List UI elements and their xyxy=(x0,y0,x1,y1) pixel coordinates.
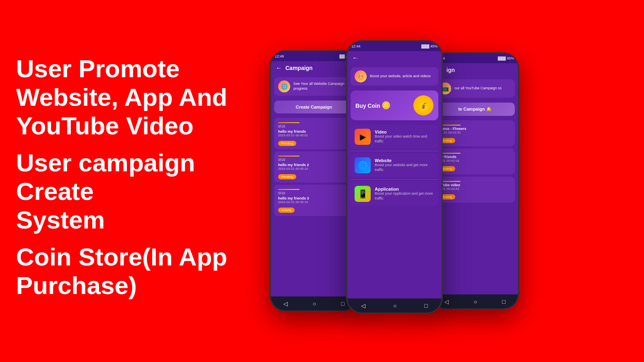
video-service-name: Video xyxy=(375,130,434,134)
campaign-badge-2: Pending xyxy=(278,174,296,179)
website-service-desc: Boost your website and get more traffic xyxy=(375,163,434,172)
website-icon: 🌐 xyxy=(355,157,371,173)
nav-square-right[interactable]: □ xyxy=(502,298,506,305)
campaign-progress-3: 0/10 xyxy=(278,191,350,195)
headline-line1: User Promote xyxy=(16,55,180,82)
campaign-list-left: 0/10 hello my friends 2023-03-21 00:45:0… xyxy=(271,116,357,296)
phone-right-screen: 12:44 ▓▓▓ 45% ← ign 📺 our all YouTube Ca… xyxy=(432,53,518,309)
application-service-item[interactable]: 📱 Application Boost your Application and… xyxy=(351,182,438,206)
campaign-badge-3: Activity xyxy=(278,208,295,213)
campaign-item-right-3[interactable]: uTube video 3-21 00:43:43 ending xyxy=(435,177,515,203)
campaign-progress-2: 0/10 xyxy=(278,158,350,162)
campaign-item-2[interactable]: 0/10 hello my friends 2 2023-03-21 00:45… xyxy=(274,151,354,183)
campaign-badge-1: Pending xyxy=(278,141,296,146)
time-middle: 12:44 xyxy=(351,44,361,48)
video-icon: ▶ xyxy=(355,129,371,145)
bottom-nav-middle: ◁ ○ □ xyxy=(347,298,442,313)
nav-back-left[interactable]: ◁ xyxy=(283,300,288,307)
status-bar-left: 12:46 ▓▓ 45% xyxy=(271,51,357,61)
headline3: Coin Store(In App Purchase) xyxy=(16,243,242,300)
nav-square-left[interactable]: □ xyxy=(341,300,345,307)
nav-back-middle[interactable]: ◁ xyxy=(361,302,365,309)
buy-coin-banner[interactable]: Buy Coin 🪙 💰 xyxy=(351,90,438,120)
top-bar-left: ← Campaign xyxy=(271,61,357,75)
divider-1 xyxy=(351,151,438,151)
status-bar-middle: 12:44 ▓▓▓ 45% xyxy=(347,41,442,51)
signal-middle: ▓▓▓ 45% xyxy=(421,44,438,48)
top-bar-middle: ← xyxy=(347,51,442,65)
campaign-list-right: Cyrus - Flowers 03-21 00:42:51 ending ny… xyxy=(432,118,518,294)
top-bar-right: ← ign xyxy=(432,63,518,77)
phone-left: 12:46 ▓▓ 45% ← Campaign 🌐 See Your all W… xyxy=(270,50,358,312)
headline-line2: Website, App And xyxy=(16,83,227,111)
phones-section: 12:46 ▓▓ 45% ← Campaign 🌐 See Your all W… xyxy=(258,0,644,362)
screen-title-right: ign xyxy=(446,67,455,73)
headline2: User campaign Create System xyxy=(16,148,242,234)
headline-line5: System xyxy=(16,206,105,234)
buy-coin-left: Buy Coin 🪙 xyxy=(355,101,390,110)
headline: User Promote Website, App And YouTube Vi… xyxy=(16,54,242,140)
campaign-name-right-2: ny friends xyxy=(439,155,511,159)
info-icon-left: 🌐 xyxy=(278,80,290,93)
campaign-date-2: 2023-03-21 00:45:10 xyxy=(278,167,350,171)
info-text-right: our all YouTube Campaign ss xyxy=(454,86,502,91)
video-service-item[interactable]: ▶ Video Boost your video watch time and … xyxy=(351,125,438,149)
campaign-progress-1: 0/10 xyxy=(278,124,350,128)
video-service-info: Video Boost your video watch time and tr… xyxy=(375,130,434,144)
bottom-nav-left: ◁ ○ □ xyxy=(271,296,357,311)
phone-left-screen: 12:46 ▓▓ 45% ← Campaign 🌐 See Your all W… xyxy=(271,51,357,311)
campaign-item-right-2[interactable]: ny friends 3-21 00:43:18 ending xyxy=(435,148,515,175)
create-campaign-btn-left[interactable]: Create Campaign xyxy=(274,101,354,113)
campaign-name-right-1: Cyrus - Flowers xyxy=(439,127,511,131)
campaign-name-right-3: uTube video xyxy=(439,183,511,187)
headline-line6: Coin Store(In App xyxy=(16,243,227,271)
time-left: 12:46 xyxy=(275,54,284,58)
campaign-item-3[interactable]: 0/10 hello my friends 3 2023-03-21 00:45… xyxy=(274,185,354,216)
info-icon-middle: 🎨 xyxy=(355,70,367,82)
info-text-left: See Your all Website Campaign progress xyxy=(293,82,350,91)
campaign-name-3: hello my friends 3 xyxy=(278,196,350,200)
coin-image: 💰 xyxy=(413,95,433,115)
nav-home-left[interactable]: ○ xyxy=(313,300,316,307)
signal-right: ▓▓▓ 45% xyxy=(498,56,514,60)
application-service-info: Application Boost your Application and g… xyxy=(375,187,434,201)
application-icon: 📱 xyxy=(355,186,371,202)
website-service-name: Website xyxy=(375,158,434,163)
left-section: User Promote Website, App And YouTube Vi… xyxy=(0,30,258,332)
campaign-date-3: 2023-03-21 00:45:15 xyxy=(278,200,350,204)
campaign-date-right-2: 3-21 00:43:18 xyxy=(439,159,511,162)
campaign-date-right-3: 3-21 00:43:43 xyxy=(439,187,511,191)
website-service-item[interactable]: 🌐 Website Boost your website and get mor… xyxy=(351,153,438,177)
info-banner-right: 📺 our all YouTube Campaign ss xyxy=(435,79,515,98)
video-service-desc: Boost your video watch time and traffic xyxy=(375,134,434,144)
nav-square-middle[interactable]: □ xyxy=(424,302,427,309)
headline-line3: YouTube Video xyxy=(16,112,194,140)
back-button-left[interactable]: ← xyxy=(276,64,282,72)
headline-line4: User campaign Create xyxy=(16,149,195,205)
status-bar-right: 12:44 ▓▓▓ 45% xyxy=(432,53,518,63)
phone-middle-screen: 12:44 ▓▓▓ 45% ← 🎨 Boost your website, ar… xyxy=(347,41,442,313)
create-campaign-btn-right[interactable]: te Campaign 🔔 xyxy=(435,103,515,116)
application-service-name: Application xyxy=(375,187,434,191)
info-text-middle: Boost your website, article and videos xyxy=(370,74,431,79)
phone-middle: 12:44 ▓▓▓ 45% ← 🎨 Boost your website, ar… xyxy=(346,40,443,314)
phone-right: 12:44 ▓▓▓ 45% ← ign 📺 our all YouTube Ca… xyxy=(431,52,519,310)
back-button-middle[interactable]: ← xyxy=(352,54,359,62)
bottom-nav-right: ◁ ○ □ xyxy=(432,294,518,309)
campaign-name-1: hello my friends xyxy=(278,130,350,134)
campaign-date-right-1: 03-21 00:42:51 xyxy=(439,131,511,134)
application-service-desc: Boost your Application and get more traf… xyxy=(375,191,434,201)
website-service-info: Website Boost your website and get more … xyxy=(375,158,434,172)
info-banner-middle: 🎨 Boost your website, article and videos xyxy=(351,67,438,86)
campaign-item-right-1[interactable]: Cyrus - Flowers 03-21 00:42:51 ending xyxy=(435,120,515,146)
headline-line7: Purchase) xyxy=(16,272,137,299)
campaign-name-2: hello my friends 2 xyxy=(278,163,350,167)
nav-home-right[interactable]: ○ xyxy=(474,298,477,305)
campaign-date-1: 2023-03-21 00:45:01 xyxy=(278,134,350,137)
campaign-item-1[interactable]: 0/10 hello my friends 2023-03-21 00:45:0… xyxy=(274,118,354,149)
nav-home-middle[interactable]: ○ xyxy=(393,302,396,309)
nav-back-right[interactable]: ◁ xyxy=(444,298,449,305)
info-banner-left: 🌐 See Your all Website Campaign progress xyxy=(274,77,354,96)
screen-title-left: Campaign xyxy=(285,65,313,71)
divider-2 xyxy=(351,179,438,180)
